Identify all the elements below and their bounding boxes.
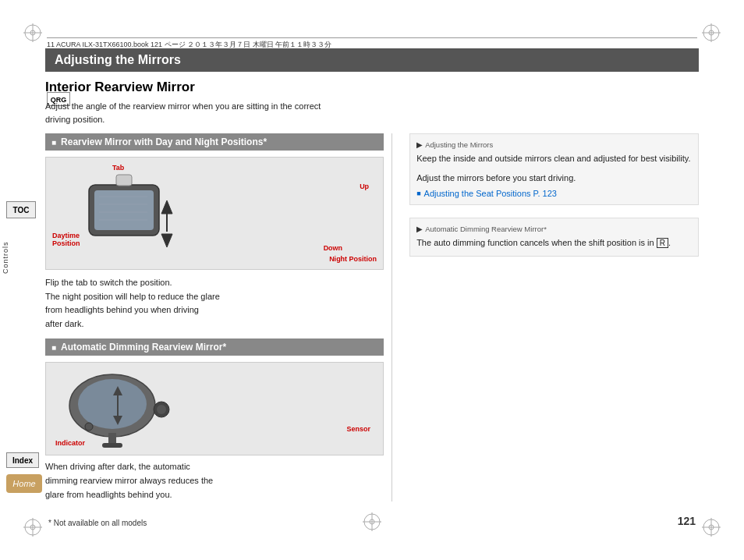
section-intro: Adjust the angle of the rearview mirror … <box>45 100 699 126</box>
subsection2-description: When driving after dark, the automatic d… <box>45 460 384 502</box>
main-content: Adjusting the Mirrors Interior Rearview … <box>45 48 699 515</box>
note2-body: The auto dimming function cancels when t… <box>416 236 692 250</box>
label-indicator: Indicator <box>55 439 85 447</box>
shift-r-badge: R <box>657 238 668 248</box>
reg-mark-tl <box>22 22 44 44</box>
label-down: Down <box>324 244 343 252</box>
right-column: ▶ Adjusting the Mirrors Keep the inside … <box>391 133 699 502</box>
svg-point-31 <box>78 379 147 429</box>
footnote: * Not available on all models <box>48 519 147 527</box>
note1-body: Keep the inside and outside mirrors clea… <box>416 152 692 165</box>
reg-mark-bl <box>22 516 44 538</box>
two-column-layout: Rearview Mirror with Day and Night Posit… <box>45 133 699 502</box>
section-heading: Interior Rearview Mirror <box>45 80 699 95</box>
page-number: 121 <box>678 515 696 527</box>
header-file-info: 11 ACURA ILX-31TX66100.book 121 ページ ２０１３… <box>47 41 331 48</box>
subsection1-description: Flip the tab to switch the position. The… <box>45 276 384 331</box>
page-title-bar: Adjusting the Mirrors <box>45 48 699 72</box>
mirror-diagram-svg <box>46 158 202 269</box>
diagram-autodim-mirror: Indicator Sensor <box>45 362 384 455</box>
note-section2: ▶ Automatic Dimming Rearview Mirror* The… <box>409 218 699 257</box>
subsection1-bar: Rearview Mirror with Day and Night Posit… <box>45 133 384 151</box>
note-section1: ▶ Adjusting the Mirrors Keep the inside … <box>409 133 699 205</box>
label-tab: Tab <box>112 164 124 172</box>
index-button[interactable]: Index <box>6 452 39 468</box>
note1-title: ▶ Adjusting the Mirrors <box>416 140 692 149</box>
svg-rect-33 <box>102 443 122 448</box>
toc-button[interactable]: TOC <box>6 201 36 218</box>
diagram-rearview-mirror: Tab Up Daytime Position Down Night Posit… <box>45 157 384 270</box>
svg-point-35 <box>157 405 166 414</box>
label-night: Night Position <box>329 255 377 263</box>
label-up: Up <box>360 183 369 190</box>
note2-title: ▶ Automatic Dimming Rearview Mirror* <box>416 225 692 233</box>
svg-marker-27 <box>161 200 172 214</box>
reg-mark-br <box>700 516 722 538</box>
svg-rect-32 <box>108 433 116 445</box>
note2-arrow-icon: ▶ <box>416 225 423 233</box>
svg-point-36 <box>85 423 93 431</box>
svg-rect-26 <box>116 175 132 186</box>
controls-label: Controls <box>2 226 14 289</box>
home-button[interactable]: Home <box>6 474 42 493</box>
left-column: Rearview Mirror with Day and Night Posit… <box>45 133 391 502</box>
note1-extra: Adjust the mirrors before you start driv… <box>416 172 692 185</box>
page-title: Adjusting the Mirrors <box>55 53 181 66</box>
right-column-inner: ▶ Adjusting the Mirrors Keep the inside … <box>400 133 699 257</box>
reg-mark-tr <box>700 22 722 44</box>
label-daytime: Daytime Position <box>52 232 80 247</box>
subsection2-bar: Automatic Dimming Rearview Mirror* <box>45 338 384 356</box>
note1-arrow-icon: ▶ <box>416 140 423 149</box>
note1-link[interactable]: ■ Adjusting the Seat Positions P. 123 <box>416 189 692 198</box>
svg-rect-21 <box>94 190 154 230</box>
header-line: 11 ACURA ILX-31TX66100.book 121 ページ ２０１３… <box>47 37 697 48</box>
svg-marker-29 <box>161 234 172 247</box>
label-sensor: Sensor <box>347 425 371 433</box>
link-icon: ■ <box>416 190 420 197</box>
